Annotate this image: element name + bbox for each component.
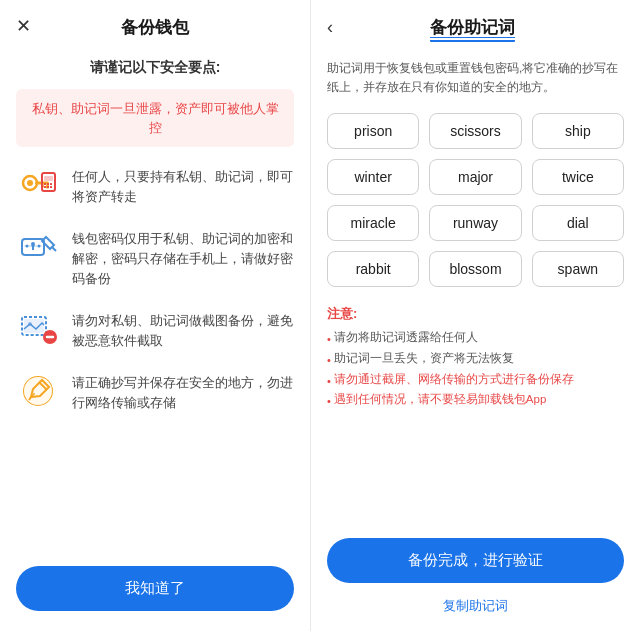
word-11: blossom bbox=[429, 251, 521, 287]
svg-point-19 bbox=[38, 245, 41, 248]
svg-rect-12 bbox=[50, 186, 52, 188]
word-6: twice bbox=[532, 159, 624, 195]
word-1: prison bbox=[327, 113, 419, 149]
word-10: rabbit bbox=[327, 251, 419, 287]
svg-rect-6 bbox=[44, 176, 53, 181]
left-subtitle: 请谨记以下安全要点: bbox=[90, 59, 221, 77]
right-bottom: 备份完成，进行验证 复制助记词 bbox=[311, 528, 640, 631]
warning-text: 私钥、助记词一旦泄露，资产即可被他人掌控 bbox=[32, 102, 279, 135]
svg-rect-10 bbox=[44, 186, 46, 188]
word-9: dial bbox=[532, 205, 624, 241]
backup-verify-button[interactable]: 备份完成，进行验证 bbox=[327, 538, 624, 583]
security-text-3: 请勿对私钥、助记词做截图备份，避免被恶意软件截取 bbox=[72, 307, 294, 351]
svg-point-18 bbox=[32, 245, 35, 248]
security-text-1: 任何人，只要持有私钥、助记词，即可将资产转走 bbox=[72, 163, 294, 207]
copy-mnemonic-link[interactable]: 复制助记词 bbox=[327, 593, 624, 619]
note-1: • 请勿将助记词透露给任何人 bbox=[327, 328, 624, 349]
note-4: • 遇到任何情况，请不要轻易卸载钱包App bbox=[327, 390, 624, 411]
security-item-3: 请勿对私钥、助记词做截图备份，避免被恶意软件截取 bbox=[16, 307, 294, 351]
svg-rect-7 bbox=[44, 183, 46, 185]
close-button[interactable]: ✕ bbox=[16, 17, 31, 35]
word-8: runway bbox=[429, 205, 521, 241]
note-text-4: 遇到任何情况，请不要轻易卸载钱包App bbox=[334, 390, 546, 410]
security-text-4: 请正确抄写并保存在安全的地方，勿进行网络传输或存储 bbox=[72, 369, 294, 413]
warning-box: 私钥、助记词一旦泄露，资产即可被他人掌控 bbox=[16, 89, 294, 147]
security-item-1: 任何人，只要持有私钥、助记词，即可将资产转走 bbox=[16, 163, 294, 207]
left-panel: ✕ 备份钱包 请谨记以下安全要点: 私钥、助记词一旦泄露，资产即可被他人掌控 bbox=[0, 0, 310, 631]
svg-rect-9 bbox=[50, 183, 52, 185]
note-text-2: 助记词一旦丢失，资产将无法恢复 bbox=[334, 349, 514, 369]
word-2: scissors bbox=[429, 113, 521, 149]
understood-button[interactable]: 我知道了 bbox=[16, 566, 294, 611]
note-bullet-2: • bbox=[327, 351, 331, 370]
back-button[interactable]: ‹ bbox=[327, 17, 333, 38]
key-phone-icon bbox=[16, 163, 60, 207]
word-4: winter bbox=[327, 159, 419, 195]
password-icon bbox=[16, 225, 60, 269]
notes-section: 注意: • 请勿将助记词透露给任何人 • 助记词一旦丢失，资产将无法恢复 • 请… bbox=[311, 299, 640, 419]
svg-line-20 bbox=[52, 247, 56, 251]
notes-title: 注意: bbox=[327, 305, 624, 323]
word-7: miracle bbox=[327, 205, 419, 241]
security-list: 任何人，只要持有私钥、助记词，即可将资产转走 钱包密码仅用于私钥、助记词的加密和… bbox=[0, 163, 310, 552]
write-icon bbox=[16, 369, 60, 413]
security-item-4: 请正确抄写并保存在安全的地方，勿进行网络传输或存储 bbox=[16, 369, 294, 413]
right-title-container: 备份助记词 bbox=[345, 16, 600, 39]
note-bullet-3: • bbox=[327, 372, 331, 391]
word-5: major bbox=[429, 159, 521, 195]
right-header: ‹ 备份助记词 bbox=[311, 0, 640, 51]
security-item-2: 钱包密码仅用于私钥、助记词的加密和解密，密码只存储在手机上，请做好密码备份 bbox=[16, 225, 294, 289]
note-2: • 助记词一旦丢失，资产将无法恢复 bbox=[327, 349, 624, 370]
note-bullet-1: • bbox=[327, 330, 331, 349]
mnemonic-grid: prison scissors ship winter major twice … bbox=[311, 109, 640, 299]
note-bullet-4: • bbox=[327, 392, 331, 411]
right-title: 备份助记词 bbox=[430, 16, 515, 39]
svg-point-1 bbox=[27, 180, 33, 186]
note-text-3: 请勿通过截屏、网络传输的方式进行备份保存 bbox=[334, 370, 574, 390]
svg-rect-11 bbox=[47, 186, 49, 188]
screenshot-icon bbox=[16, 307, 60, 351]
svg-rect-8 bbox=[47, 183, 49, 185]
left-title: 备份钱包 bbox=[121, 16, 189, 39]
left-header: ✕ 备份钱包 bbox=[0, 0, 310, 51]
svg-point-27 bbox=[24, 377, 52, 405]
right-panel: ‹ 备份助记词 助记词用于恢复钱包或重置钱包密码,将它准确的抄写在纸上，并存放在… bbox=[311, 0, 640, 631]
word-3: ship bbox=[532, 113, 624, 149]
note-text-1: 请勿将助记词透露给任何人 bbox=[334, 328, 478, 348]
security-text-2: 钱包密码仅用于私钥、助记词的加密和解密，密码只存储在手机上，请做好密码备份 bbox=[72, 225, 294, 289]
note-3: • 请勿通过截屏、网络传输的方式进行备份保存 bbox=[327, 370, 624, 391]
right-description: 助记词用于恢复钱包或重置钱包密码,将它准确的抄写在纸上，并存放在只有你知道的安全… bbox=[311, 51, 640, 109]
word-12: spawn bbox=[532, 251, 624, 287]
left-bottom: 我知道了 bbox=[0, 552, 310, 631]
svg-point-17 bbox=[26, 245, 29, 248]
